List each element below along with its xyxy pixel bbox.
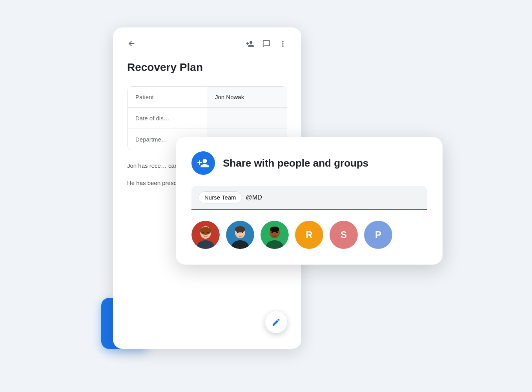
svg-point-17 <box>276 232 278 233</box>
doc-actions <box>246 40 287 50</box>
svg-point-14 <box>270 227 279 232</box>
svg-point-4 <box>202 232 204 233</box>
edit-fab[interactable] <box>265 311 287 333</box>
share-icon-circle <box>191 151 215 175</box>
svg-point-11 <box>242 232 243 233</box>
doc-header <box>127 39 287 50</box>
date-value <box>207 108 287 129</box>
svg-point-8 <box>235 226 245 232</box>
avatars-row: R S P <box>191 221 427 249</box>
share-card: Share with people and groups Nurse Team <box>176 137 443 265</box>
avatar-2[interactable] <box>226 221 254 249</box>
avatar-3[interactable] <box>261 221 289 249</box>
add-person-action[interactable] <box>246 40 254 50</box>
comment-action[interactable] <box>262 40 271 50</box>
svg-point-2 <box>200 227 211 235</box>
svg-point-10 <box>237 232 239 233</box>
avatar-1[interactable] <box>191 221 220 249</box>
patient-label: Patient <box>128 87 207 107</box>
share-header: Share with people and groups <box>191 151 427 175</box>
share-search-input[interactable] <box>246 194 420 201</box>
date-label: Date of dis… <box>128 108 207 129</box>
back-button[interactable] <box>127 39 136 50</box>
share-title: Share with people and groups <box>223 157 368 169</box>
nurse-team-chip[interactable]: Nurse Team <box>199 191 242 203</box>
share-input-area[interactable]: Nurse Team <box>191 186 427 210</box>
avatar-r[interactable]: R <box>295 221 323 249</box>
table-row: Date of dis… <box>128 108 287 129</box>
patient-value: Jon Nowak <box>207 87 287 107</box>
scene: Recovery Plan Patient Jon Nowak Date of … <box>89 27 443 365</box>
avatar-p[interactable]: P <box>364 221 392 249</box>
svg-point-5 <box>207 232 209 233</box>
more-action[interactable] <box>279 40 287 50</box>
avatar-s[interactable]: S <box>330 221 358 249</box>
svg-point-16 <box>271 232 273 233</box>
doc-title: Recovery Plan <box>127 61 287 74</box>
table-row: Patient Jon Nowak <box>128 87 287 108</box>
